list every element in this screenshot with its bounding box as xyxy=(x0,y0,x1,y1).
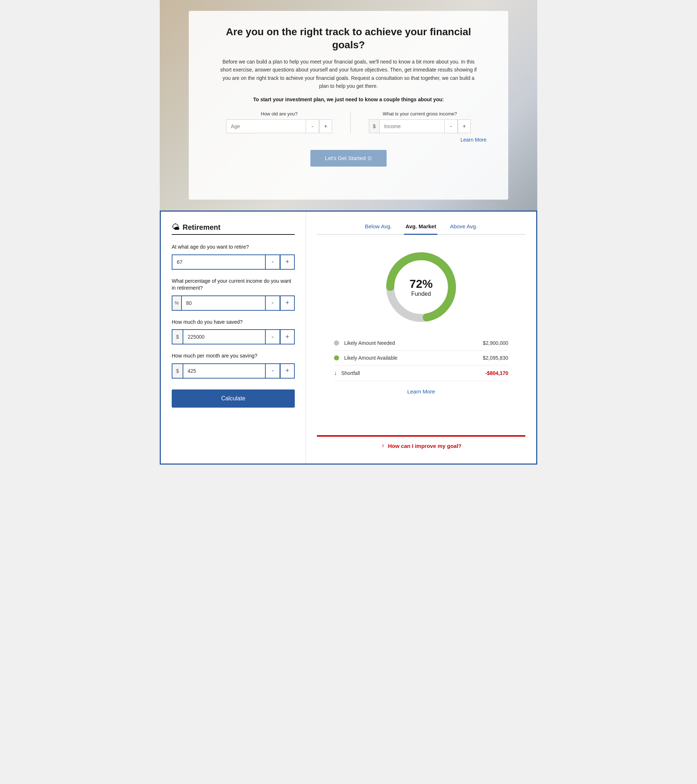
get-started-button[interactable]: Let's Get Started ⊙ xyxy=(310,150,386,166)
monthly-saving-decrement-button[interactable]: - xyxy=(266,363,280,379)
legend-row-needed: Likely Amount Needed $2,900,000 xyxy=(334,336,508,351)
retire-age-increment-button[interactable]: + xyxy=(280,254,295,270)
saved-question: How much do you have saved? xyxy=(172,319,295,326)
shortfall-arrow-icon: ↓ xyxy=(334,370,337,376)
monthly-saving-increment-button[interactable]: + xyxy=(280,363,295,379)
legend-text-needed: Likely Amount Needed xyxy=(344,340,483,346)
hero-subtitle: To start your investment plan, we just n… xyxy=(253,97,444,102)
age-input-row: - + xyxy=(226,119,332,133)
income-input-group: What is your current gross income? $ - + xyxy=(369,111,471,133)
retirement-title: Retirement xyxy=(183,223,220,232)
legend-text-shortfall: Shortfall xyxy=(341,370,485,376)
monthly-saving-question: How much per month are you saving? xyxy=(172,352,295,360)
hero-learn-more-link[interactable]: Learn More xyxy=(460,137,486,143)
income-pct-prefix: % xyxy=(172,295,181,311)
tab-avg-market[interactable]: Avg. Market xyxy=(404,220,437,235)
tab-above-avg[interactable]: Above Avg. xyxy=(448,220,479,235)
legend-value-needed: $2,900,000 xyxy=(483,340,508,346)
retire-age-row: - + xyxy=(172,254,295,270)
hero-description: Before we can build a plan to help you m… xyxy=(218,58,479,91)
age-input-group: How old are you? - + xyxy=(226,111,332,133)
improve-goal-bar[interactable]: ♀ How can I improve my goal? xyxy=(317,435,525,455)
income-pct-question: What percentage of your current income d… xyxy=(172,278,295,292)
monthly-saving-input[interactable] xyxy=(183,363,266,379)
legend-row-available: Likely Amount Available $2,095,830 xyxy=(334,351,508,366)
market-tabs: Below Avg. Avg. Market Above Avg. xyxy=(317,220,525,235)
monthly-saving-row: $ - + xyxy=(172,363,295,379)
bottom-section: 🌤 Retirement At what age do you want to … xyxy=(160,211,537,464)
retire-age-question: At what age do you want to retire? xyxy=(172,244,295,251)
age-decrement-button[interactable]: - xyxy=(306,119,319,133)
hero-title: Are you on the right track to achieve yo… xyxy=(211,25,486,52)
income-label: What is your current gross income? xyxy=(382,111,457,117)
age-increment-button[interactable]: + xyxy=(319,119,332,133)
legend-dot-gray xyxy=(334,341,339,346)
saved-row: $ - + xyxy=(172,329,295,344)
income-input[interactable] xyxy=(379,119,445,133)
inputs-divider xyxy=(350,112,351,133)
income-pct-row: % - + xyxy=(172,295,295,311)
donut-label: Funded xyxy=(409,291,433,297)
retire-age-decrement-button[interactable]: - xyxy=(266,254,280,270)
monthly-saving-prefix: $ xyxy=(172,363,183,379)
saved-input[interactable] xyxy=(183,329,266,344)
income-decrement-button[interactable]: - xyxy=(445,119,458,133)
donut-chart: 72% Funded xyxy=(381,247,461,327)
donut-center: 72% Funded xyxy=(409,277,433,297)
legend-value-available: $2,095,830 xyxy=(483,355,508,361)
retirement-header: 🌤 Retirement xyxy=(172,222,295,232)
legend-row-shortfall: ↓ Shortfall -$804,170 xyxy=(334,366,508,381)
improve-icon: ♀ xyxy=(381,443,385,449)
results-learn-more-link[interactable]: Learn More xyxy=(407,389,435,395)
calculate-button[interactable]: Calculate xyxy=(172,389,295,408)
legend-table: Likely Amount Needed $2,900,000 Likely A… xyxy=(334,336,508,381)
improve-text: How can I improve my goal? xyxy=(388,443,462,449)
saved-decrement-button[interactable]: - xyxy=(266,329,280,344)
age-label: How old are you? xyxy=(261,111,298,117)
income-pct-increment-button[interactable]: + xyxy=(280,295,295,311)
retirement-divider xyxy=(172,234,295,235)
retirement-icon: 🌤 xyxy=(172,222,180,232)
income-increment-button[interactable]: + xyxy=(458,119,471,133)
hero-overlay: Are you on the right track to achieve yo… xyxy=(189,11,508,199)
income-pct-decrement-button[interactable]: - xyxy=(266,295,280,311)
hero-inputs: How old are you? - + What is your curren… xyxy=(226,111,471,133)
donut-percent: 72% xyxy=(409,277,433,291)
saved-prefix: $ xyxy=(172,329,183,344)
left-panel: 🌤 Retirement At what age do you want to … xyxy=(161,212,306,463)
tab-below-avg[interactable]: Below Avg. xyxy=(363,220,393,235)
income-prefix: $ xyxy=(369,119,379,133)
income-pct-input[interactable] xyxy=(181,295,266,311)
income-input-row: $ - + xyxy=(369,119,471,133)
hero-section: Are you on the right track to achieve yo… xyxy=(160,0,537,211)
right-panel: Below Avg. Avg. Market Above Avg. 72% Fu… xyxy=(306,212,536,463)
age-input[interactable] xyxy=(226,119,306,133)
legend-text-available: Likely Amount Available xyxy=(344,355,483,361)
legend-dot-green xyxy=(334,355,339,361)
retire-age-input[interactable] xyxy=(172,254,266,270)
saved-increment-button[interactable]: + xyxy=(280,329,295,344)
legend-value-shortfall: -$804,170 xyxy=(485,370,508,376)
